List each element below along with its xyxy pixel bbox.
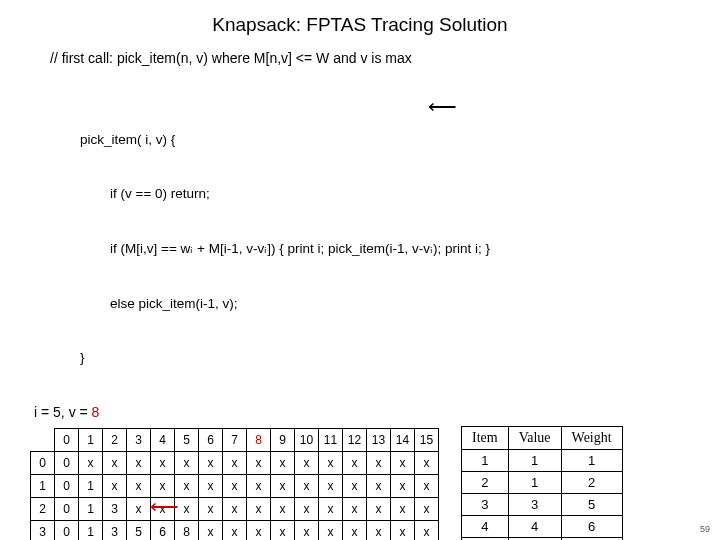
dp-cell: x (319, 520, 343, 540)
dp-cell: x (127, 451, 151, 474)
dp-cell: x (151, 451, 175, 474)
dp-cell: x (343, 520, 367, 540)
dp-cell: 5 (127, 520, 151, 540)
items-header: Weight (561, 426, 622, 449)
dp-cell: x (415, 520, 439, 540)
page-number: 59 (700, 524, 710, 534)
dp-row: 101xxxxxxxxxxxxxx (31, 474, 439, 497)
items-cell: 1 (462, 449, 509, 471)
state-prefix: i = 5, v = (34, 404, 92, 420)
dp-cell: x (247, 520, 271, 540)
dp-cell: x (103, 474, 127, 497)
items-table: Item Value Weight 111212335446567 (461, 426, 623, 540)
dp-col-header: 12 (343, 428, 367, 451)
code-line: if (v == 0) return; (80, 185, 690, 203)
dp-col-header: 2 (103, 428, 127, 451)
dp-row: 3013568xxxxxxxxxx (31, 520, 439, 540)
dp-row-header: 3 (31, 520, 55, 540)
items-header: Item (462, 426, 509, 449)
dp-cell: 1 (79, 497, 103, 520)
items-cell: 5 (561, 493, 622, 515)
dp-cell: x (199, 474, 223, 497)
dp-col-header: 0 (55, 428, 79, 451)
dp-col-header: 14 (391, 428, 415, 451)
dp-cell: 0 (55, 451, 79, 474)
dp-cell: x (247, 497, 271, 520)
dp-cell: x (367, 474, 391, 497)
dp-cell: x (223, 520, 247, 540)
dp-header-row: 0 1 2 3 4 5 6 7 8 9 10 11 12 13 14 15 (31, 428, 439, 451)
items-cell: 2 (462, 471, 509, 493)
items-cell: 1 (508, 471, 561, 493)
items-row: 335 (462, 493, 623, 515)
state-v-value: 8 (92, 404, 100, 420)
dp-cell: x (271, 451, 295, 474)
dp-cell: x (367, 497, 391, 520)
dp-cell: x (391, 497, 415, 520)
dp-table: 0 1 2 3 4 5 6 7 8 9 10 11 12 13 14 15 00… (30, 428, 439, 540)
trace-state: i = 5, v = 8 (34, 404, 690, 420)
dp-cell: x (271, 474, 295, 497)
dp-cell: x (295, 474, 319, 497)
dp-cell: x (247, 451, 271, 474)
dp-cell: x (223, 474, 247, 497)
dp-cell: x (415, 451, 439, 474)
dp-cell: x (199, 451, 223, 474)
dp-cell: x (295, 451, 319, 474)
dp-row-header: 0 (31, 451, 55, 474)
dp-cell: x (367, 520, 391, 540)
dp-row-header: 2 (31, 497, 55, 520)
dp-col-header: 5 (175, 428, 199, 451)
dp-cell: x (247, 474, 271, 497)
code-line: pick_item( i, v) { (80, 131, 690, 149)
dp-cell: x (319, 474, 343, 497)
dp-cell: x (391, 474, 415, 497)
dp-cell: 1 (79, 474, 103, 497)
items-header-row: Item Value Weight (462, 426, 623, 449)
dp-cell: x (295, 497, 319, 520)
dp-cell: x (319, 497, 343, 520)
dp-col-header: 3 (127, 428, 151, 451)
dp-col-header: 7 (223, 428, 247, 451)
dp-col-header: 1 (79, 428, 103, 451)
first-call-comment: // first call: pick_item(n, v) where M[n… (50, 50, 690, 66)
dp-cell: x (199, 497, 223, 520)
dp-cell: 3 (103, 520, 127, 540)
dp-cell: x (415, 474, 439, 497)
items-cell: 1 (561, 449, 622, 471)
dp-cell: x (127, 497, 151, 520)
dp-cell: x (223, 451, 247, 474)
dp-col-header: 9 (271, 428, 295, 451)
items-cell: 4 (462, 515, 509, 537)
items-header: Value (508, 426, 561, 449)
dp-corner-cell (31, 428, 55, 451)
dp-cell: x (367, 451, 391, 474)
dp-cell: 3 (103, 497, 127, 520)
code-line: if (M[i,v] == wᵢ + M[i-1, v-vᵢ]) { print… (80, 240, 690, 258)
dp-row: 00xxxxxxxxxxxxxxx (31, 451, 439, 474)
dp-row: 2013xxxxxxxxxxxxx (31, 497, 439, 520)
items-row: 212 (462, 471, 623, 493)
dp-cell: x (127, 474, 151, 497)
items-row: 111 (462, 449, 623, 471)
items-cell: 3 (462, 493, 509, 515)
dp-cell: x (391, 520, 415, 540)
code-line: else pick_item(i-1, v); (80, 295, 690, 313)
dp-col-header: 4 (151, 428, 175, 451)
page-title: Knapsack: FPTAS Tracing Solution (30, 14, 690, 36)
dp-cell: x (343, 474, 367, 497)
dp-cell: x (223, 497, 247, 520)
dp-cell: 0 (55, 497, 79, 520)
items-cell: 2 (561, 471, 622, 493)
dp-cell: x (271, 497, 295, 520)
dp-cell: x (391, 451, 415, 474)
items-cell: 3 (508, 493, 561, 515)
pseudocode-block: ⟵ pick_item( i, v) { if (v == 0) return;… (80, 76, 690, 386)
dp-cell: x (343, 451, 367, 474)
dp-cell: x (295, 520, 319, 540)
items-cell: 1 (508, 449, 561, 471)
dp-col-header: 11 (319, 428, 343, 451)
dp-cell: x (79, 451, 103, 474)
dp-cell: 0 (55, 474, 79, 497)
code-line: } (80, 349, 690, 367)
